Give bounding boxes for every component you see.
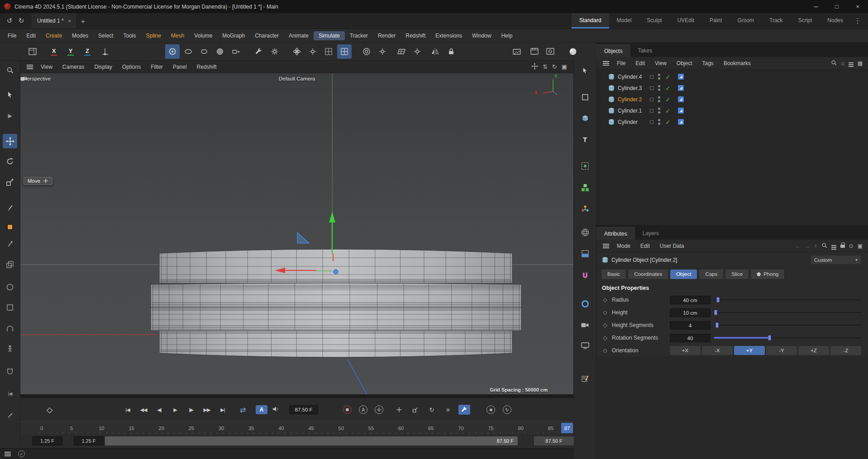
- object-row[interactable]: Cylinder.3 ✓: [596, 82, 868, 94]
- tweak-tool-icon[interactable]: ▶: [3, 109, 17, 123]
- object-row[interactable]: Cylinder ✓: [596, 116, 868, 128]
- record-rotation-button[interactable]: ↻: [426, 405, 438, 415]
- section-tab[interactable]: Coordinates: [628, 270, 668, 279]
- record-position-button[interactable]: [393, 405, 405, 415]
- layer-box-icon[interactable]: [650, 109, 653, 113]
- viewport-menu-item[interactable]: Filter: [146, 64, 168, 70]
- tool-wrench-icon[interactable]: [252, 44, 266, 59]
- key-diamond-icon[interactable]: ◇: [602, 347, 608, 354]
- goto-end-button[interactable]: ▶|: [217, 407, 229, 413]
- phong-tag-icon[interactable]: [678, 96, 684, 102]
- x-axis-lock-button[interactable]: X: [48, 44, 60, 59]
- scale-tool-icon[interactable]: [3, 175, 17, 189]
- layout-tab[interactable]: Standard: [572, 13, 609, 28]
- marker-tool-icon[interactable]: |◀: [3, 386, 17, 401]
- next-key-button[interactable]: ▶▶: [201, 407, 213, 413]
- playback-rate-icon[interactable]: ↻: [503, 406, 511, 414]
- previous-frame-button[interactable]: ◀|: [153, 407, 165, 413]
- current-frame-field[interactable]: 87.50 F: [289, 405, 318, 414]
- section-tab[interactable]: Caps: [699, 270, 723, 279]
- slider-handle[interactable]: [716, 297, 720, 303]
- layer-box-icon[interactable]: [650, 98, 653, 101]
- attribute-manager-menu-item[interactable]: Mode: [612, 243, 635, 249]
- z-axis-lock-button[interactable]: Z: [81, 44, 94, 59]
- viewport-menu-item[interactable]: Panel: [168, 64, 192, 70]
- menu-item[interactable]: Help: [496, 31, 518, 40]
- camera-icon[interactable]: [578, 318, 592, 331]
- rotate-tool-icon[interactable]: [3, 154, 17, 169]
- dolly-view-icon[interactable]: ⇅: [543, 63, 548, 70]
- target-settings-icon[interactable]: [375, 44, 390, 59]
- object-manager-tab[interactable]: Objects: [596, 44, 630, 57]
- previous-key-button[interactable]: ◀◀: [138, 407, 149, 413]
- preset-dropdown[interactable]: Custom ▾: [811, 255, 861, 265]
- object-name[interactable]: Cylinder.3: [618, 85, 642, 91]
- cloner-icon[interactable]: [578, 160, 592, 172]
- sphere-tool-icon[interactable]: [3, 280, 17, 294]
- range-start-field-2[interactable]: 1.25 F: [74, 436, 104, 445]
- record-scale-button[interactable]: [410, 405, 421, 415]
- enabled-check-icon[interactable]: ✓: [665, 118, 671, 126]
- target-icon[interactable]: [359, 44, 374, 59]
- zoom-tool-icon[interactable]: [3, 63, 17, 77]
- track-icon[interactable]: ⊙: [849, 243, 854, 249]
- gyro-icon[interactable]: [290, 44, 304, 59]
- object-manager-menu-item[interactable]: Bookmarks: [719, 60, 756, 66]
- property-value-field[interactable]: 40: [670, 334, 711, 342]
- visibility-dots-icon[interactable]: [658, 108, 660, 114]
- property-value-field[interactable]: 4: [670, 321, 711, 330]
- nav-up-icon[interactable]: ↑: [815, 243, 817, 249]
- effector-icon[interactable]: [578, 203, 592, 215]
- menu-item[interactable]: Select: [93, 31, 118, 40]
- property-slider[interactable]: [714, 309, 861, 316]
- viewport-menu-item[interactable]: View: [36, 64, 57, 70]
- orientation-option-button[interactable]: +Z: [798, 346, 829, 355]
- layout-tab[interactable]: Nodes: [820, 13, 851, 28]
- orientation-option-button[interactable]: +Y: [734, 346, 765, 355]
- object-name[interactable]: Cylinder.4: [618, 74, 642, 80]
- key-diamond-icon[interactable]: ◇: [602, 322, 608, 328]
- mirror-icon[interactable]: [428, 44, 443, 59]
- pen-tool-icon[interactable]: [3, 237, 17, 251]
- orientation-option-button[interactable]: -X: [702, 346, 733, 355]
- layout-menu-icon[interactable]: ⋮: [851, 13, 864, 28]
- phong-tag-icon[interactable]: [678, 74, 684, 80]
- torus-icon[interactable]: [578, 298, 592, 310]
- maximize-button[interactable]: □: [826, 0, 847, 13]
- nav-forward-icon[interactable]: →: [805, 243, 811, 249]
- key-diamond-icon[interactable]: ◇: [602, 335, 608, 341]
- character-tool-icon[interactable]: [3, 341, 17, 356]
- property-slider[interactable]: [714, 322, 861, 329]
- lock-icon[interactable]: [444, 44, 458, 59]
- new-tab-icon[interactable]: +: [77, 15, 89, 27]
- viewport-canvas[interactable]: Perspective Default Camera Y X Grid Spac…: [20, 73, 573, 398]
- snap-icon[interactable]: [337, 44, 352, 59]
- menu-item[interactable]: Volume: [189, 31, 217, 40]
- autokey-circle-button[interactable]: A: [359, 406, 367, 414]
- home-icon[interactable]: ⌂: [841, 60, 844, 66]
- gyro-settings-icon[interactable]: [305, 44, 320, 59]
- document-tab[interactable]: Untitled 1 * ×: [32, 13, 77, 28]
- workplane-icon[interactable]: [321, 44, 336, 59]
- attribute-manager-menu-icon[interactable]: [600, 241, 612, 251]
- property-slider[interactable]: [714, 334, 861, 341]
- layer-box-icon[interactable]: [650, 86, 653, 90]
- section-tab[interactable]: Slice: [725, 270, 749, 279]
- menu-item[interactable]: Simulate: [314, 31, 345, 40]
- slider-handle[interactable]: [768, 335, 771, 341]
- attribute-manager-tab[interactable]: Attributes: [596, 227, 635, 240]
- timeline-ruler[interactable]: 0510152025303540455055606570758085 87: [20, 421, 574, 434]
- status-menu-icon[interactable]: [5, 454, 11, 454]
- play-button[interactable]: ▶: [169, 407, 181, 413]
- enabled-check-icon[interactable]: ✓: [665, 107, 671, 114]
- nav-back-icon[interactable]: ←: [796, 243, 801, 249]
- phong-tag-icon[interactable]: [678, 85, 684, 91]
- object-manager-menu-icon[interactable]: [600, 59, 612, 68]
- loop-playback-icon[interactable]: ⇄: [240, 406, 246, 414]
- coordinate-system-icon[interactable]: [98, 44, 112, 59]
- expand-icon[interactable]: ▣: [858, 243, 863, 249]
- layers-tool-icon[interactable]: [3, 257, 17, 272]
- layout-tab[interactable]: Paint: [702, 13, 730, 28]
- object-manager-menu-item[interactable]: File: [612, 60, 630, 66]
- menu-item[interactable]: Character: [250, 31, 284, 40]
